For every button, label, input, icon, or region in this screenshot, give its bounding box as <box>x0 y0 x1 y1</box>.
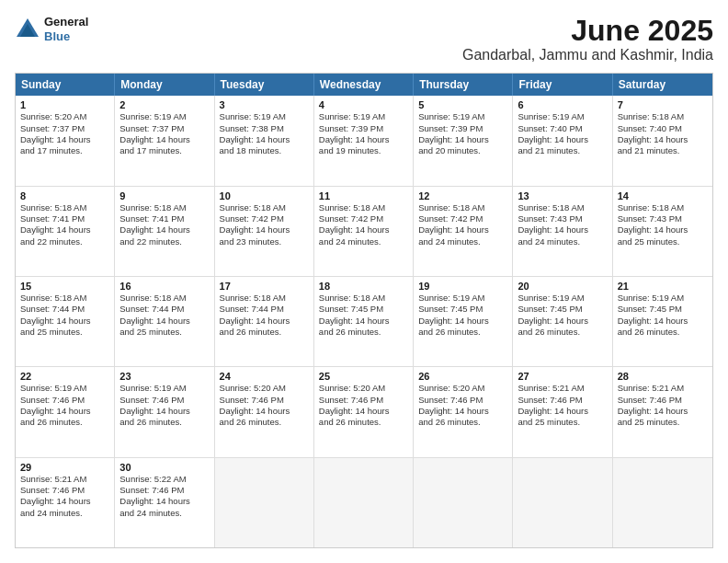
cell-info-line: Sunset: 7:45 PM <box>618 304 708 315</box>
calendar-cell: 4Sunrise: 5:19 AMSunset: 7:39 PMDaylight… <box>314 96 414 185</box>
cell-info-line: and 26 minutes. <box>618 327 708 338</box>
cell-info-line: Daylight: 14 hours <box>319 316 408 327</box>
cell-info-line: Sunrise: 5:20 AM <box>20 111 109 122</box>
cell-info-line: Sunrise: 5:19 AM <box>220 111 309 122</box>
weekday-header: Wednesday <box>314 74 414 96</box>
cell-info-line: Sunset: 7:46 PM <box>518 395 607 406</box>
cell-info-line: Sunrise: 5:18 AM <box>618 202 708 213</box>
cell-info-line: Sunset: 7:39 PM <box>319 123 408 134</box>
day-number: 22 <box>20 371 109 382</box>
day-number: 12 <box>418 190 507 201</box>
cell-info-line: Daylight: 14 hours <box>618 134 708 145</box>
cell-info-line: Daylight: 14 hours <box>119 496 209 507</box>
day-number: 17 <box>220 281 309 292</box>
cell-info-line: Sunset: 7:46 PM <box>119 395 209 406</box>
cell-info-line: Sunset: 7:42 PM <box>220 213 309 224</box>
cell-info-line: and 23 minutes. <box>220 236 309 247</box>
cell-info-line: and 26 minutes. <box>119 417 209 428</box>
cell-info-line: Sunrise: 5:18 AM <box>20 202 109 213</box>
cell-info-line: and 25 minutes. <box>518 417 607 428</box>
cell-info-line: and 18 minutes. <box>220 145 309 156</box>
calendar-cell <box>215 458 314 547</box>
cell-info-line: Daylight: 14 hours <box>618 224 708 236</box>
calendar: SundayMondayTuesdayWednesdayThursdayFrid… <box>15 73 713 548</box>
day-number: 1 <box>20 99 109 110</box>
calendar-body: 1Sunrise: 5:20 AMSunset: 7:37 PMDaylight… <box>16 96 712 547</box>
logo-general: General <box>44 15 88 29</box>
cell-info-line: and 25 minutes. <box>119 327 209 338</box>
calendar-cell: 16Sunrise: 5:18 AMSunset: 7:44 PMDayligh… <box>115 277 214 366</box>
cell-info-line: Sunrise: 5:21 AM <box>618 383 708 394</box>
cell-info-line: Sunset: 7:45 PM <box>518 304 607 315</box>
cell-info-line: Daylight: 14 hours <box>518 406 607 417</box>
logo-icon <box>15 17 40 42</box>
cell-info-line: Sunrise: 5:19 AM <box>119 111 209 122</box>
day-number: 5 <box>418 99 507 110</box>
cell-info-line: Daylight: 14 hours <box>220 316 309 327</box>
cell-info-line: and 17 minutes. <box>20 145 109 156</box>
cell-info-line: Sunset: 7:46 PM <box>418 395 507 406</box>
cell-info-line: Sunrise: 5:19 AM <box>418 293 507 304</box>
cell-info-line: Sunrise: 5:18 AM <box>618 111 708 122</box>
cell-info-line: Daylight: 14 hours <box>319 134 408 145</box>
day-number: 11 <box>319 190 408 201</box>
calendar-cell: 10Sunrise: 5:18 AMSunset: 7:42 PMDayligh… <box>215 187 314 276</box>
day-number: 7 <box>618 99 708 110</box>
day-number: 10 <box>220 190 309 201</box>
calendar-cell: 8Sunrise: 5:18 AMSunset: 7:41 PMDaylight… <box>16 187 115 276</box>
cell-info-line: Sunrise: 5:18 AM <box>20 293 109 304</box>
cell-info-line: Sunset: 7:43 PM <box>518 213 607 224</box>
cell-info-line: Daylight: 14 hours <box>20 316 109 327</box>
calendar-cell: 18Sunrise: 5:18 AMSunset: 7:45 PMDayligh… <box>314 277 414 366</box>
cell-info-line: Daylight: 14 hours <box>518 316 607 327</box>
calendar-cell <box>613 458 712 547</box>
day-number: 19 <box>418 281 507 292</box>
logo-blue: Blue <box>44 29 88 44</box>
calendar-cell: 5Sunrise: 5:19 AMSunset: 7:39 PMDaylight… <box>414 96 513 185</box>
cell-info-line: Sunrise: 5:20 AM <box>220 383 309 394</box>
calendar-cell: 3Sunrise: 5:19 AMSunset: 7:38 PMDaylight… <box>215 96 314 185</box>
day-number: 9 <box>119 190 209 201</box>
cell-info-line: Daylight: 14 hours <box>20 224 109 236</box>
cell-info-line: Sunset: 7:37 PM <box>119 123 209 134</box>
calendar-cell: 30Sunrise: 5:22 AMSunset: 7:46 PMDayligh… <box>115 458 214 547</box>
cell-info-line: Sunrise: 5:18 AM <box>119 202 209 213</box>
cell-info-line: and 24 minutes. <box>518 236 607 247</box>
cell-info-line: and 26 minutes. <box>418 417 507 428</box>
cell-info-line: and 19 minutes. <box>319 145 408 156</box>
day-number: 8 <box>20 190 109 201</box>
calendar-cell <box>314 458 414 547</box>
cell-info-line: Sunset: 7:43 PM <box>618 213 708 224</box>
cell-info-line: Sunrise: 5:18 AM <box>319 293 408 304</box>
cell-info-line: Sunrise: 5:21 AM <box>518 383 607 394</box>
day-number: 18 <box>319 281 408 292</box>
month-title: June 2025 <box>462 15 713 47</box>
day-number: 16 <box>119 281 209 292</box>
cell-info-line: Daylight: 14 hours <box>20 406 109 417</box>
calendar-row: 8Sunrise: 5:18 AMSunset: 7:41 PMDaylight… <box>16 187 712 277</box>
cell-info-line: Sunrise: 5:19 AM <box>518 293 607 304</box>
day-number: 25 <box>319 371 408 382</box>
day-number: 28 <box>618 371 708 382</box>
calendar-cell: 26Sunrise: 5:20 AMSunset: 7:46 PMDayligh… <box>414 367 513 456</box>
day-number: 13 <box>518 190 607 201</box>
cell-info-line: Sunrise: 5:19 AM <box>319 111 408 122</box>
cell-info-line: and 26 minutes. <box>418 327 507 338</box>
calendar-cell: 14Sunrise: 5:18 AMSunset: 7:43 PMDayligh… <box>613 187 712 276</box>
cell-info-line: and 26 minutes. <box>220 327 309 338</box>
cell-info-line: and 26 minutes. <box>518 327 607 338</box>
calendar-cell: 7Sunrise: 5:18 AMSunset: 7:40 PMDaylight… <box>613 96 712 185</box>
cell-info-line: Sunset: 7:41 PM <box>119 213 209 224</box>
calendar-cell: 15Sunrise: 5:18 AMSunset: 7:44 PMDayligh… <box>16 277 115 366</box>
day-number: 14 <box>618 190 708 201</box>
weekday-header: Sunday <box>16 74 115 96</box>
header: General Blue June 2025 Gandarbal, Jammu … <box>15 15 713 63</box>
calendar-cell: 2Sunrise: 5:19 AMSunset: 7:37 PMDaylight… <box>115 96 214 185</box>
day-number: 3 <box>220 99 309 110</box>
cell-info-line: Daylight: 14 hours <box>119 316 209 327</box>
cell-info-line: Sunset: 7:40 PM <box>618 123 708 134</box>
calendar-cell: 9Sunrise: 5:18 AMSunset: 7:41 PMDaylight… <box>115 187 214 276</box>
cell-info-line: Sunset: 7:42 PM <box>418 213 507 224</box>
cell-info-line: Sunrise: 5:20 AM <box>319 383 408 394</box>
location-title: Gandarbal, Jammu and Kashmir, India <box>462 47 713 63</box>
